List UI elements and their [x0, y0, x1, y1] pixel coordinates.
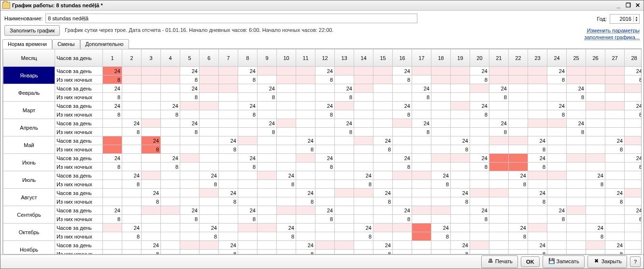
- day-cell[interactable]: [142, 110, 161, 119]
- day-cell[interactable]: [431, 136, 451, 145]
- day-cell[interactable]: [373, 110, 393, 119]
- day-cell[interactable]: 8: [605, 250, 625, 254]
- day-cell[interactable]: 8: [412, 128, 431, 136]
- day-cell[interactable]: 24: [277, 224, 296, 232]
- day-cell[interactable]: 24: [489, 84, 509, 93]
- day-cell[interactable]: 24: [625, 102, 642, 110]
- day-cell[interactable]: [335, 163, 354, 171]
- day-cell[interactable]: [142, 75, 161, 84]
- day-cell[interactable]: [528, 180, 547, 189]
- day-cell[interactable]: [393, 189, 412, 197]
- day-cell[interactable]: [470, 145, 489, 154]
- day-cell[interactable]: [470, 180, 489, 189]
- day-cell[interactable]: [335, 197, 354, 206]
- day-cell[interactable]: 24: [335, 119, 354, 128]
- day-cell[interactable]: [470, 189, 489, 197]
- day-cell[interactable]: [219, 128, 238, 136]
- print-button[interactable]: 🖶Печать: [481, 255, 518, 268]
- day-cell[interactable]: [161, 189, 180, 197]
- day-cell[interactable]: [219, 67, 238, 75]
- day-cell[interactable]: [315, 84, 335, 93]
- day-cell[interactable]: 24: [277, 171, 296, 180]
- day-cell[interactable]: 24: [509, 224, 528, 232]
- day-cell[interactable]: 8: [586, 180, 605, 189]
- day-cell[interactable]: 24: [393, 206, 412, 215]
- day-cell[interactable]: [509, 250, 528, 254]
- day-cell[interactable]: [335, 136, 354, 145]
- day-cell[interactable]: 24: [142, 241, 161, 250]
- day-cell[interactable]: [373, 215, 393, 224]
- day-cell[interactable]: [219, 102, 238, 110]
- day-cell[interactable]: 24: [238, 206, 258, 215]
- day-cell[interactable]: [315, 145, 335, 154]
- day-cell[interactable]: [509, 102, 528, 110]
- month-cell[interactable]: Май: [3, 136, 55, 154]
- day-cell[interactable]: 24: [122, 224, 142, 232]
- day-cell[interactable]: [200, 215, 219, 224]
- day-cell[interactable]: 8: [238, 75, 258, 84]
- day-cell[interactable]: 8: [103, 93, 122, 102]
- day-cell[interactable]: 24: [161, 102, 180, 110]
- day-cell[interactable]: [625, 171, 642, 180]
- day-cell[interactable]: 8: [625, 110, 642, 119]
- day-cell[interactable]: 8: [373, 145, 393, 154]
- day-cell[interactable]: 24: [412, 119, 431, 128]
- day-cell[interactable]: [258, 110, 277, 119]
- day-cell[interactable]: [547, 145, 567, 154]
- day-cell[interactable]: [296, 163, 315, 171]
- day-cell[interactable]: [528, 67, 547, 75]
- day-cell[interactable]: [238, 119, 258, 128]
- day-cell[interactable]: [528, 206, 547, 215]
- day-cell[interactable]: [277, 189, 296, 197]
- day-cell[interactable]: [103, 145, 122, 154]
- day-cell[interactable]: [315, 189, 335, 197]
- day-cell[interactable]: [354, 84, 373, 93]
- day-cell[interactable]: [509, 136, 528, 145]
- day-cell[interactable]: [567, 67, 586, 75]
- day-cell[interactable]: [489, 232, 509, 241]
- day-cell[interactable]: [161, 145, 180, 154]
- day-cell[interactable]: 24: [258, 119, 277, 128]
- day-cell[interactable]: [373, 93, 393, 102]
- month-cell[interactable]: Июнь: [3, 154, 55, 171]
- day-cell[interactable]: [509, 163, 528, 171]
- day-cell[interactable]: [200, 67, 219, 75]
- day-cell[interactable]: [547, 197, 567, 206]
- day-cell[interactable]: 24: [470, 67, 489, 75]
- day-cell[interactable]: [335, 145, 354, 154]
- year-spinner[interactable]: ▲▼: [610, 14, 640, 24]
- day-cell[interactable]: [586, 136, 605, 145]
- day-cell[interactable]: 24: [180, 84, 200, 93]
- day-cell[interactable]: [586, 163, 605, 171]
- day-cell[interactable]: [258, 241, 277, 250]
- day-cell[interactable]: 8: [373, 250, 393, 254]
- day-cell[interactable]: [258, 189, 277, 197]
- day-cell[interactable]: [625, 84, 642, 93]
- day-cell[interactable]: [509, 215, 528, 224]
- day-cell[interactable]: [509, 241, 528, 250]
- day-cell[interactable]: 24: [315, 206, 335, 215]
- day-cell[interactable]: [219, 93, 238, 102]
- day-cell[interactable]: [142, 224, 161, 232]
- day-cell[interactable]: [142, 163, 161, 171]
- day-cell[interactable]: [296, 67, 315, 75]
- day-cell[interactable]: [219, 171, 238, 180]
- day-cell[interactable]: [161, 93, 180, 102]
- day-cell[interactable]: [373, 102, 393, 110]
- day-cell[interactable]: [547, 128, 567, 136]
- minimize-button[interactable]: _: [615, 2, 622, 9]
- day-cell[interactable]: [451, 180, 470, 189]
- day-cell[interactable]: [567, 136, 586, 145]
- day-cell[interactable]: [528, 84, 547, 93]
- day-cell[interactable]: [586, 241, 605, 250]
- day-cell[interactable]: [180, 250, 200, 254]
- day-cell[interactable]: [180, 136, 200, 145]
- day-cell[interactable]: [354, 136, 373, 145]
- month-cell[interactable]: Сентябрь: [3, 206, 55, 224]
- day-cell[interactable]: 8: [277, 232, 296, 241]
- day-cell[interactable]: [258, 145, 277, 154]
- day-cell[interactable]: 24: [122, 171, 142, 180]
- day-cell[interactable]: [200, 163, 219, 171]
- day-cell[interactable]: [238, 136, 258, 145]
- day-cell[interactable]: 8: [122, 232, 142, 241]
